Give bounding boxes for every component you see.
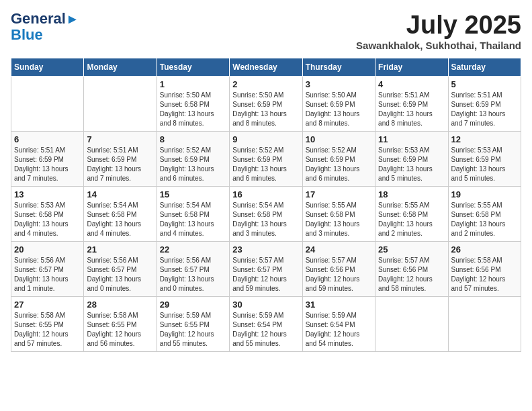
day-number: 1 — [160, 79, 226, 89]
location: Sawankhalok, Sukhothai, Thailand — [356, 40, 521, 51]
day-info: Sunrise: 5:54 AM Sunset: 6:58 PM Dayligh… — [160, 201, 226, 238]
day-number: 25 — [378, 244, 445, 255]
calendar-cell: 14Sunrise: 5:54 AM Sunset: 6:58 PM Dayli… — [84, 187, 157, 242]
day-info: Sunrise: 5:54 AM Sunset: 6:58 PM Dayligh… — [232, 201, 299, 238]
day-info: Sunrise: 5:56 AM Sunset: 6:57 PM Dayligh… — [14, 256, 81, 293]
day-number: 22 — [160, 244, 226, 255]
day-number: 7 — [87, 134, 153, 144]
day-info: Sunrise: 5:51 AM Sunset: 6:59 PM Dayligh… — [451, 91, 518, 128]
day-number: 9 — [232, 134, 299, 144]
day-number: 28 — [87, 300, 153, 310]
day-number: 2 — [232, 79, 299, 89]
calendar-week-4: 20Sunrise: 5:56 AM Sunset: 6:57 PM Dayli… — [11, 242, 521, 297]
calendar-cell: 1Sunrise: 5:50 AM Sunset: 6:58 PM Daylig… — [157, 77, 229, 132]
day-info: Sunrise: 5:57 AM Sunset: 6:57 PM Dayligh… — [232, 256, 299, 293]
calendar-cell: 15Sunrise: 5:54 AM Sunset: 6:58 PM Dayli… — [157, 187, 229, 242]
calendar-cell: 12Sunrise: 5:53 AM Sunset: 6:59 PM Dayli… — [448, 132, 521, 187]
calendar-cell: 30Sunrise: 5:59 AM Sunset: 6:54 PM Dayli… — [230, 297, 302, 352]
calendar-cell: 29Sunrise: 5:59 AM Sunset: 6:55 PM Dayli… — [157, 297, 229, 352]
calendar-week-5: 27Sunrise: 5:58 AM Sunset: 6:55 PM Dayli… — [11, 297, 521, 352]
calendar-cell: 16Sunrise: 5:54 AM Sunset: 6:58 PM Dayli… — [230, 187, 302, 242]
page-header: General► Blue July 2025 Sawankhalok, Suk… — [11, 11, 521, 51]
day-number: 6 — [14, 134, 81, 144]
calendar-cell: 3Sunrise: 5:50 AM Sunset: 6:59 PM Daylig… — [302, 77, 375, 132]
day-info: Sunrise: 5:54 AM Sunset: 6:58 PM Dayligh… — [87, 201, 153, 238]
day-number: 31 — [306, 300, 372, 310]
calendar-cell: 18Sunrise: 5:55 AM Sunset: 6:58 PM Dayli… — [375, 187, 448, 242]
title-area: July 2025 Sawankhalok, Sukhothai, Thaila… — [356, 11, 521, 51]
day-number: 11 — [378, 134, 445, 144]
calendar-header-row: SundayMondayTuesdayWednesdayThursdayFrid… — [11, 58, 521, 77]
day-info: Sunrise: 5:50 AM Sunset: 6:59 PM Dayligh… — [306, 91, 372, 128]
day-info: Sunrise: 5:51 AM Sunset: 6:59 PM Dayligh… — [14, 146, 81, 183]
logo: General► Blue — [11, 11, 79, 43]
calendar-cell: 26Sunrise: 5:58 AM Sunset: 6:56 PM Dayli… — [448, 242, 521, 297]
calendar-week-2: 6Sunrise: 5:51 AM Sunset: 6:59 PM Daylig… — [11, 132, 521, 187]
weekday-header-wednesday: Wednesday — [230, 58, 302, 77]
day-number: 13 — [14, 189, 81, 199]
day-info: Sunrise: 5:50 AM Sunset: 6:58 PM Dayligh… — [160, 91, 226, 128]
calendar-week-1: 1Sunrise: 5:50 AM Sunset: 6:58 PM Daylig… — [11, 77, 521, 132]
calendar-cell: 11Sunrise: 5:53 AM Sunset: 6:59 PM Dayli… — [375, 132, 448, 187]
calendar-cell: 8Sunrise: 5:52 AM Sunset: 6:59 PM Daylig… — [157, 132, 229, 187]
calendar-body: 1Sunrise: 5:50 AM Sunset: 6:58 PM Daylig… — [11, 77, 521, 352]
calendar-cell: 31Sunrise: 5:59 AM Sunset: 6:54 PM Dayli… — [302, 297, 375, 352]
day-number: 12 — [451, 134, 518, 144]
calendar-cell: 25Sunrise: 5:57 AM Sunset: 6:56 PM Dayli… — [375, 242, 448, 297]
day-info: Sunrise: 5:58 AM Sunset: 6:55 PM Dayligh… — [87, 311, 153, 349]
day-number: 30 — [232, 300, 299, 310]
day-info: Sunrise: 5:52 AM Sunset: 6:59 PM Dayligh… — [232, 146, 299, 183]
logo-blue: Blue — [11, 27, 43, 43]
calendar-cell: 4Sunrise: 5:51 AM Sunset: 6:59 PM Daylig… — [375, 77, 448, 132]
weekday-header-monday: Monday — [84, 58, 157, 77]
calendar-week-3: 13Sunrise: 5:53 AM Sunset: 6:58 PM Dayli… — [11, 187, 521, 242]
day-info: Sunrise: 5:53 AM Sunset: 6:59 PM Dayligh… — [378, 146, 445, 183]
day-number: 18 — [378, 189, 445, 199]
day-number: 29 — [160, 300, 226, 310]
calendar-cell: 6Sunrise: 5:51 AM Sunset: 6:59 PM Daylig… — [11, 132, 84, 187]
day-number: 27 — [14, 300, 81, 310]
day-info: Sunrise: 5:58 AM Sunset: 6:56 PM Dayligh… — [451, 256, 518, 293]
day-info: Sunrise: 5:51 AM Sunset: 6:59 PM Dayligh… — [87, 146, 153, 183]
day-info: Sunrise: 5:56 AM Sunset: 6:57 PM Dayligh… — [160, 256, 226, 293]
day-info: Sunrise: 5:59 AM Sunset: 6:54 PM Dayligh… — [232, 311, 299, 349]
calendar-cell: 2Sunrise: 5:50 AM Sunset: 6:59 PM Daylig… — [230, 77, 302, 132]
day-info: Sunrise: 5:55 AM Sunset: 6:58 PM Dayligh… — [378, 201, 445, 238]
month-title: July 2025 — [356, 11, 521, 40]
day-number: 14 — [87, 189, 153, 199]
weekday-header-friday: Friday — [375, 58, 448, 77]
day-number: 17 — [306, 189, 372, 199]
day-number: 3 — [306, 79, 372, 89]
calendar-cell — [84, 77, 157, 132]
calendar-cell: 17Sunrise: 5:55 AM Sunset: 6:58 PM Dayli… — [302, 187, 375, 242]
weekday-header-tuesday: Tuesday — [157, 58, 229, 77]
day-info: Sunrise: 5:52 AM Sunset: 6:59 PM Dayligh… — [306, 146, 372, 183]
day-info: Sunrise: 5:56 AM Sunset: 6:57 PM Dayligh… — [87, 256, 153, 293]
calendar-cell: 9Sunrise: 5:52 AM Sunset: 6:59 PM Daylig… — [230, 132, 302, 187]
day-info: Sunrise: 5:53 AM Sunset: 6:58 PM Dayligh… — [14, 201, 81, 238]
calendar-cell: 28Sunrise: 5:58 AM Sunset: 6:55 PM Dayli… — [84, 297, 157, 352]
day-info: Sunrise: 5:50 AM Sunset: 6:59 PM Dayligh… — [232, 91, 299, 128]
day-info: Sunrise: 5:59 AM Sunset: 6:55 PM Dayligh… — [160, 311, 226, 349]
day-info: Sunrise: 5:57 AM Sunset: 6:56 PM Dayligh… — [378, 256, 445, 293]
calendar-cell: 21Sunrise: 5:56 AM Sunset: 6:57 PM Dayli… — [84, 242, 157, 297]
day-info: Sunrise: 5:52 AM Sunset: 6:59 PM Dayligh… — [160, 146, 226, 183]
calendar-cell: 5Sunrise: 5:51 AM Sunset: 6:59 PM Daylig… — [448, 77, 521, 132]
day-number: 10 — [306, 134, 372, 144]
calendar-table: SundayMondayTuesdayWednesdayThursdayFrid… — [11, 58, 521, 352]
calendar-cell: 20Sunrise: 5:56 AM Sunset: 6:57 PM Dayli… — [11, 242, 84, 297]
day-number: 16 — [232, 189, 299, 199]
calendar-cell — [11, 77, 84, 132]
day-info: Sunrise: 5:55 AM Sunset: 6:58 PM Dayligh… — [451, 201, 518, 238]
day-number: 21 — [87, 244, 153, 255]
day-number: 20 — [14, 244, 81, 255]
day-number: 4 — [378, 79, 445, 89]
calendar-cell: 19Sunrise: 5:55 AM Sunset: 6:58 PM Dayli… — [448, 187, 521, 242]
calendar-cell — [375, 297, 448, 352]
calendar-cell: 10Sunrise: 5:52 AM Sunset: 6:59 PM Dayli… — [302, 132, 375, 187]
day-number: 23 — [232, 244, 299, 255]
day-info: Sunrise: 5:57 AM Sunset: 6:56 PM Dayligh… — [306, 256, 372, 293]
weekday-header-saturday: Saturday — [448, 58, 521, 77]
calendar-cell — [448, 297, 521, 352]
weekday-header-sunday: Sunday — [11, 58, 84, 77]
